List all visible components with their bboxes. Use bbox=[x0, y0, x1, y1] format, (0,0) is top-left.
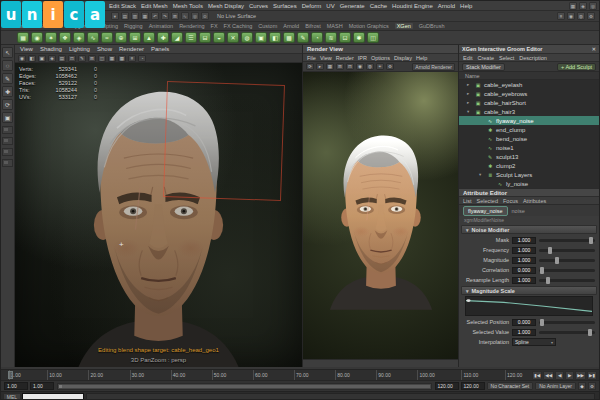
shelf-tab[interactable]: Rigging bbox=[124, 23, 143, 29]
menu-item[interactable]: Mesh Tools bbox=[173, 3, 203, 9]
menu-item[interactable]: Surfaces bbox=[273, 3, 297, 9]
xgen-menu-item[interactable]: Select bbox=[499, 55, 514, 61]
magnitude-scale-section-header[interactable]: Magnitude Scale bbox=[461, 286, 597, 295]
render-current-frame-icon[interactable]: ◉ bbox=[567, 12, 575, 20]
xgen-menu-item[interactable]: Create bbox=[477, 55, 494, 61]
tree-row[interactable]: ✱ clump2 bbox=[459, 161, 599, 170]
shelf-tab[interactable]: Bifrost bbox=[305, 23, 321, 29]
render-view-menu-item[interactable]: File bbox=[307, 55, 316, 61]
xgen-shelf-icon[interactable]: ◒ bbox=[213, 32, 225, 43]
xgen-shelf-icon[interactable]: ◢ bbox=[171, 32, 183, 43]
lock-camera-icon[interactable]: ◧ bbox=[28, 55, 36, 62]
attribute-editor-header[interactable]: Attribute Editor bbox=[459, 188, 599, 197]
viewport-canvas[interactable]: + Verts: 529341 0 Edges: 1058462 0 bbox=[15, 63, 302, 367]
xgen-shelf-icon[interactable]: ☰ bbox=[185, 32, 197, 43]
attribute-editor-menu-item[interactable]: Attributes bbox=[523, 198, 546, 204]
attribute-value-field[interactable]: 1.000 bbox=[512, 277, 536, 284]
viewport-menu-item[interactable]: Show bbox=[97, 46, 112, 52]
menu-item[interactable]: Help bbox=[460, 3, 472, 9]
layout-single-pane-button[interactable] bbox=[2, 126, 13, 134]
attribute-value-field[interactable]: 0.000 bbox=[512, 319, 536, 326]
pan-zoom-icon[interactable]: ⊡ bbox=[68, 55, 76, 62]
xgen-shelf-icon[interactable]: ▲ bbox=[143, 32, 155, 43]
menu-set-selector-icon[interactable]: ▾ bbox=[111, 12, 119, 20]
xgen-shelf-icon[interactable]: ⊟ bbox=[199, 32, 211, 43]
attribute-slider[interactable] bbox=[539, 331, 595, 334]
camera-attributes-icon[interactable]: ▣ bbox=[38, 55, 46, 62]
rendered-image[interactable] bbox=[303, 72, 458, 359]
auto-keyframe-icon[interactable]: ◆ bbox=[578, 382, 586, 390]
snap-point-icon[interactable]: ◎ bbox=[191, 12, 199, 20]
gate-mask-icon[interactable]: ▩ bbox=[118, 55, 126, 62]
slider-handle[interactable] bbox=[589, 237, 593, 244]
step-back-frame-button[interactable]: ◀◀ bbox=[543, 371, 554, 380]
close-icon[interactable]: ✕ bbox=[592, 46, 596, 52]
menu-item[interactable]: Deform bbox=[302, 3, 322, 9]
tree-row[interactable]: ✱ end_clump bbox=[459, 125, 599, 134]
noise-modifier-section-header[interactable]: Noise Modifier bbox=[461, 225, 597, 234]
xgen-shelf-icon[interactable]: ∿ bbox=[87, 32, 99, 43]
render-view-menu-item[interactable]: IPR bbox=[358, 55, 367, 61]
layout-persp-outliner-button[interactable] bbox=[2, 159, 13, 167]
shelf-tab[interactable]: FX bbox=[211, 23, 218, 29]
workspace-icon[interactable]: ▦ bbox=[569, 2, 577, 10]
slider-handle[interactable] bbox=[588, 329, 592, 336]
add-sculpt-button[interactable]: + Add Sculpt bbox=[557, 63, 596, 71]
open-scene-icon[interactable]: ▥ bbox=[131, 12, 139, 20]
xgen-shelf-icon[interactable]: ✚ bbox=[157, 32, 169, 43]
attribute-value-field[interactable]: 1.000 bbox=[512, 329, 536, 336]
shelf-tab[interactable]: Rendering bbox=[179, 23, 204, 29]
scale-tool-icon[interactable]: ▣ bbox=[2, 112, 13, 123]
attribute-editor-menu-item[interactable]: Selected bbox=[477, 198, 498, 204]
snap-plane-icon[interactable]: ⊙ bbox=[201, 12, 209, 20]
tree-row[interactable]: ▾ ▣ cable_hair3 bbox=[459, 107, 599, 116]
xgen-menu-item[interactable]: Description bbox=[519, 55, 547, 61]
render-view-menu-item[interactable]: Render bbox=[336, 55, 354, 61]
interpolation-dropdown[interactable]: Spline ▾ bbox=[512, 338, 556, 346]
viewport-menu-item[interactable]: Lighting bbox=[69, 46, 90, 52]
shelf-tab[interactable]: GuDBrush bbox=[419, 23, 445, 29]
select-camera-icon[interactable]: ◉ bbox=[18, 55, 26, 62]
slider-handle[interactable] bbox=[540, 319, 544, 326]
character-set-selector[interactable]: No Character Set bbox=[487, 382, 534, 390]
tree-row[interactable]: ▾ ≣ Sculpt Layers bbox=[459, 170, 599, 179]
tree-row[interactable]: ▸ ▣ cable_hairShort bbox=[459, 98, 599, 107]
xgen-shelf-icon[interactable]: ≈ bbox=[101, 32, 113, 43]
resolution-gate-icon[interactable]: ▦ bbox=[108, 55, 116, 62]
magnitude-ramp-widget[interactable] bbox=[465, 296, 593, 316]
construction-history-icon[interactable]: ≡ bbox=[557, 12, 565, 20]
attribute-slider[interactable] bbox=[539, 259, 595, 262]
shelf-tab[interactable]: Motion Graphics bbox=[349, 23, 389, 29]
render-settings-icon[interactable]: ⚙ bbox=[587, 12, 595, 20]
xgen-shelf-icon[interactable]: ▦ bbox=[17, 32, 29, 43]
playback-range-slider[interactable] bbox=[57, 383, 432, 390]
viewport-menu-item[interactable]: Panels bbox=[151, 46, 169, 52]
xgen-shelf-icon[interactable]: ≋ bbox=[325, 32, 337, 43]
ipr-button-icon[interactable]: ▸ bbox=[316, 63, 324, 70]
step-back-key-button[interactable]: ◀ bbox=[555, 371, 564, 380]
shelf-tab[interactable]: MASH bbox=[327, 23, 343, 29]
shelf-tab[interactable]: FX Caching bbox=[224, 23, 253, 29]
play-forward-button[interactable]: ▶ bbox=[565, 371, 574, 380]
xgen-shelf-icon[interactable]: ◉ bbox=[31, 32, 43, 43]
rgb-channels-icon[interactable]: ◉ bbox=[356, 63, 364, 70]
script-language-toggle[interactable]: MEL bbox=[3, 393, 21, 400]
anim-layer-selector[interactable]: No Anim Layer bbox=[535, 382, 576, 390]
viewport-menu-item[interactable]: View bbox=[20, 46, 33, 52]
redo-icon[interactable]: ↷ bbox=[161, 12, 169, 20]
renderer-selector[interactable]: Arnold Renderer bbox=[412, 63, 455, 71]
menu-item[interactable]: Edit Stack bbox=[109, 3, 136, 9]
menu-item[interactable]: Curves bbox=[249, 3, 268, 9]
render-view-menu-item[interactable]: Help bbox=[416, 55, 427, 61]
shelf-tab[interactable]: XGen bbox=[395, 23, 413, 29]
search-icon[interactable]: ◎ bbox=[589, 2, 597, 10]
attribute-value-field[interactable]: 1.000 bbox=[512, 257, 536, 264]
alpha-channel-icon[interactable]: ◍ bbox=[366, 63, 374, 70]
snapshot-icon[interactable]: ▦ bbox=[326, 63, 334, 70]
shelf-tab[interactable]: Animation bbox=[149, 23, 173, 29]
xgen-shelf-icon[interactable]: ▣ bbox=[255, 32, 267, 43]
slider-handle[interactable] bbox=[546, 277, 550, 284]
attribute-slider[interactable] bbox=[539, 321, 595, 324]
current-time-indicator[interactable] bbox=[8, 371, 13, 379]
attribute-slider[interactable] bbox=[539, 269, 595, 272]
